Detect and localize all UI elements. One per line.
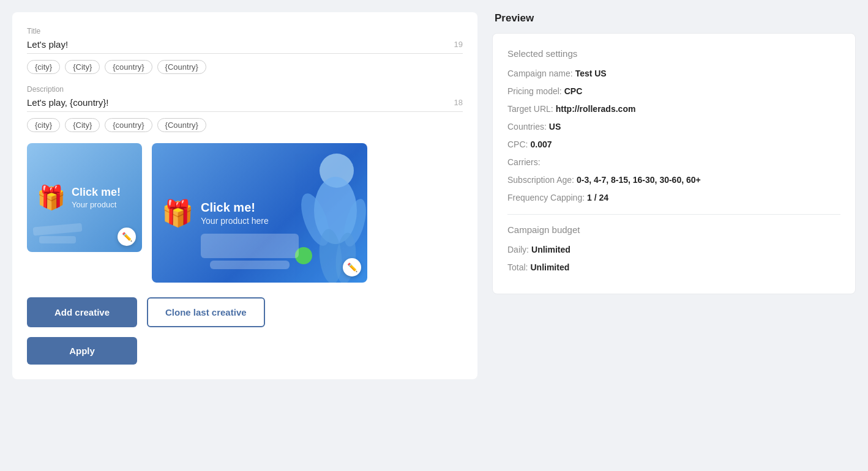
frequency-capping-row: Frequency Capping: 1 / 24 — [507, 191, 840, 204]
frequency-capping-key: Frequency Capping: — [507, 191, 585, 204]
daily-row: Daily: Unlimited — [507, 243, 840, 256]
title-tags: {city} {City} {country} {Country} — [27, 60, 463, 74]
total-row: Total: Unlimited — [507, 261, 840, 274]
carriers-row: Carriers: — [507, 156, 840, 169]
desc-tag-country-lower[interactable]: {country} — [105, 118, 152, 132]
pricing-model-val: CPC — [564, 85, 583, 98]
add-creative-button[interactable]: Add creative — [27, 297, 137, 327]
subscription-age-val: 0-3, 4-7, 8-15, 16-30, 30-60, 60+ — [577, 174, 701, 187]
title-row: 19 — [27, 39, 463, 54]
cpc-val: 0.007 — [530, 138, 552, 151]
cpc-row: CPC: 0.007 — [507, 138, 840, 151]
creative-card-large[interactable]: 🎁 Click me! Your product here — [152, 143, 367, 283]
floating-rect-2 — [210, 261, 290, 269]
tag-country-lower[interactable]: {country} — [105, 60, 152, 74]
description-char-count: 18 — [454, 98, 463, 107]
cpc-key: CPC: — [507, 138, 528, 151]
title-section: Title 19 {city} {City} {country} {Countr… — [27, 27, 463, 74]
tag-city-lower[interactable]: {city} — [27, 60, 60, 74]
daily-key: Daily: — [507, 243, 529, 256]
creative-text-large: Click me! Your product here — [201, 200, 269, 226]
creative-card-small[interactable]: 🎁 Click me! Your product ✏️ — [27, 143, 142, 252]
edit-button-large[interactable]: ✏️ — [343, 258, 361, 276]
apply-row: Apply — [27, 337, 463, 365]
desc-tag-country-upper[interactable]: {Country} — [157, 118, 206, 132]
selected-settings-label: Selected settings — [507, 48, 840, 59]
creative-text-small: Click me! Your product — [72, 186, 121, 210]
target-url-val: http://rollerads.com — [556, 103, 636, 116]
clone-last-creative-button[interactable]: Clone last creative — [147, 297, 265, 327]
title-input[interactable] — [27, 39, 449, 50]
preview-title: Preview — [492, 12, 856, 24]
floating-rect-input — [201, 234, 299, 258]
carriers-key: Carriers: — [507, 156, 541, 169]
countries-val: US — [549, 121, 561, 133]
right-panel: Preview Selected settings Campaign name:… — [492, 12, 856, 294]
total-val: Unlimited — [530, 261, 569, 274]
tag-city-upper[interactable]: {City} — [65, 60, 100, 74]
frequency-capping-val: 1 / 24 — [587, 191, 608, 204]
title-char-count: 19 — [454, 40, 463, 49]
pricing-model-key: Pricing model: — [507, 85, 562, 98]
deco-rect-2 — [39, 236, 76, 243]
gift-icon-small: 🎁 — [37, 184, 65, 211]
deco-rect-1 — [33, 223, 83, 236]
desc-tag-city-lower[interactable]: {city} — [27, 118, 60, 132]
countries-row: Countries: US — [507, 121, 840, 133]
left-panel: Title 19 {city} {City} {country} {Countr… — [12, 12, 477, 379]
campaign-name-key: Campaign name: — [507, 67, 573, 80]
description-section: Description 18 {city} {City} {country} {… — [27, 85, 463, 132]
countries-key: Countries: — [507, 121, 547, 133]
total-key: Total: — [507, 261, 528, 274]
settings-divider — [507, 214, 840, 215]
creatives-row: 🎁 Click me! Your product ✏️ — [27, 143, 463, 283]
campaign-budget-label: Campaign budget — [507, 224, 840, 235]
preview-card: Selected settings Campaign name: Test US… — [492, 33, 856, 294]
campaign-name-val: Test US — [575, 67, 607, 80]
subscription-age-row: Subscription Age: 0-3, 4-7, 8-15, 16-30,… — [507, 174, 840, 187]
desc-tag-city-upper[interactable]: {City} — [65, 118, 100, 132]
description-row: 18 — [27, 97, 463, 112]
description-label: Description — [27, 85, 463, 94]
target-url-row: Target URL: http://rollerads.com — [507, 103, 840, 116]
campaign-name-row: Campaign name: Test US — [507, 67, 840, 80]
apply-button[interactable]: Apply — [27, 337, 137, 365]
pricing-model-row: Pricing model: CPC — [507, 85, 840, 98]
daily-val: Unlimited — [531, 243, 571, 256]
gift-icon-large: 🎁 — [162, 198, 193, 228]
description-input[interactable] — [27, 97, 449, 108]
title-label: Title — [27, 27, 463, 35]
edit-button-small[interactable]: ✏️ — [118, 228, 136, 246]
tag-country-upper[interactable]: {Country} — [157, 60, 206, 74]
description-tags: {city} {City} {country} {Country} — [27, 118, 463, 132]
target-url-key: Target URL: — [507, 103, 553, 116]
action-row-1: Add creative Clone last creative — [27, 297, 463, 327]
subscription-age-key: Subscription Age: — [507, 174, 574, 187]
